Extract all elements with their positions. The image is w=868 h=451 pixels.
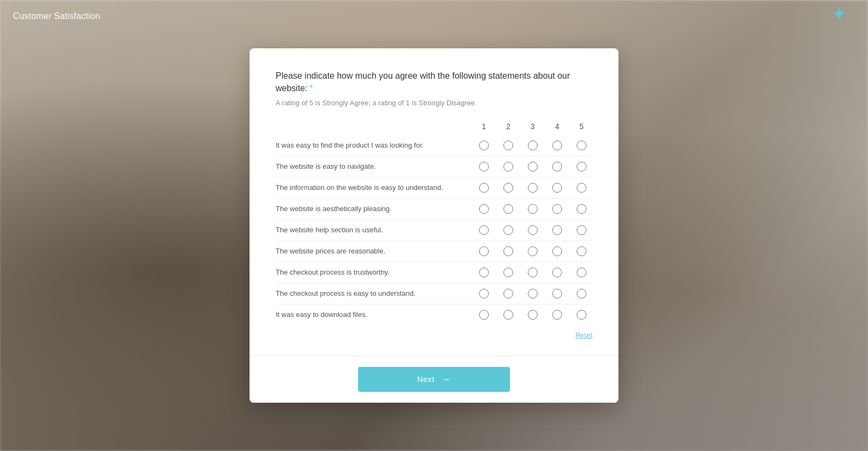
table-row: It was easy to download files. bbox=[276, 304, 592, 325]
radio-1[interactable] bbox=[479, 141, 489, 150]
radio-option-3 bbox=[522, 289, 544, 298]
radio-3[interactable] bbox=[528, 141, 538, 150]
radio-4[interactable] bbox=[552, 204, 562, 214]
radio-option-1 bbox=[473, 141, 495, 150]
radio-4[interactable] bbox=[552, 141, 562, 150]
radio-3[interactable] bbox=[528, 246, 538, 256]
radio-5[interactable] bbox=[577, 225, 586, 235]
survey-modal: Please indicate how much you agree with … bbox=[250, 48, 618, 403]
radio-option-3 bbox=[522, 141, 544, 150]
radio-3[interactable] bbox=[528, 162, 538, 171]
radio-5[interactable] bbox=[577, 268, 586, 277]
statement-text: The checkout process is trustworthy. bbox=[276, 268, 473, 276]
modal-content: Please indicate how much you agree with … bbox=[250, 48, 618, 355]
radio-1[interactable] bbox=[479, 225, 489, 235]
radio-group bbox=[473, 204, 592, 214]
radio-option-5 bbox=[571, 225, 592, 235]
radio-1[interactable] bbox=[479, 310, 489, 320]
radio-1[interactable] bbox=[479, 246, 489, 256]
radio-option-2 bbox=[497, 268, 519, 277]
radio-2[interactable] bbox=[503, 246, 513, 256]
radio-5[interactable] bbox=[577, 289, 586, 298]
radio-2[interactable] bbox=[503, 204, 513, 214]
radio-group bbox=[473, 225, 592, 235]
radio-option-5 bbox=[571, 141, 592, 150]
radio-5[interactable] bbox=[577, 183, 586, 193]
radio-option-3 bbox=[522, 183, 544, 193]
radio-5[interactable] bbox=[577, 204, 586, 214]
radio-3[interactable] bbox=[528, 310, 538, 320]
radio-5[interactable] bbox=[577, 310, 586, 320]
radio-option-1 bbox=[473, 289, 495, 298]
radio-option-3 bbox=[522, 225, 544, 235]
table-row: The checkout process is trustworthy. bbox=[276, 262, 592, 283]
statement-text: It was easy to download files. bbox=[276, 310, 473, 319]
radio-4[interactable] bbox=[552, 183, 562, 193]
radio-option-5 bbox=[571, 310, 592, 320]
radio-option-4 bbox=[546, 246, 568, 256]
radio-option-3 bbox=[522, 268, 544, 277]
radio-option-5 bbox=[571, 246, 592, 256]
radio-group bbox=[473, 268, 592, 277]
reset-link-container: Reset bbox=[276, 332, 592, 339]
radio-option-5 bbox=[571, 268, 592, 277]
radio-option-4 bbox=[546, 289, 568, 298]
radio-option-1 bbox=[473, 162, 495, 171]
radio-option-4 bbox=[546, 162, 568, 171]
radio-1[interactable] bbox=[479, 204, 489, 214]
radio-1[interactable] bbox=[479, 183, 489, 193]
radio-4[interactable] bbox=[552, 162, 562, 171]
radio-option-2 bbox=[497, 141, 519, 150]
radio-1[interactable] bbox=[479, 268, 489, 277]
radio-option-2 bbox=[497, 225, 519, 235]
reset-button[interactable]: Reset bbox=[576, 332, 592, 339]
radio-2[interactable] bbox=[503, 268, 513, 277]
rating-label-1: 1 bbox=[473, 122, 495, 131]
radio-3[interactable] bbox=[528, 268, 538, 277]
radio-1[interactable] bbox=[479, 289, 489, 298]
table-row: The website prices are reasonable. bbox=[276, 240, 592, 262]
radio-3[interactable] bbox=[528, 183, 538, 193]
modal-overlay: Please indicate how much you agree with … bbox=[0, 0, 868, 451]
rating-table: It was easy to find the product I was lo… bbox=[276, 135, 592, 325]
radio-2[interactable] bbox=[503, 183, 513, 193]
radio-3[interactable] bbox=[528, 225, 538, 235]
statement-text: It was easy to find the product I was lo… bbox=[276, 141, 473, 149]
radio-2[interactable] bbox=[503, 225, 513, 235]
rating-label-2: 2 bbox=[497, 122, 519, 131]
radio-option-2 bbox=[497, 246, 519, 256]
radio-group bbox=[473, 141, 592, 150]
radio-option-1 bbox=[473, 268, 495, 277]
statement-text: The website is easy to navigate. bbox=[276, 162, 473, 170]
radio-option-5 bbox=[571, 162, 592, 171]
radio-option-2 bbox=[497, 310, 519, 320]
radio-2[interactable] bbox=[503, 141, 513, 150]
radio-option-5 bbox=[571, 289, 592, 298]
radio-2[interactable] bbox=[503, 310, 513, 320]
rating-label-4: 4 bbox=[546, 122, 568, 131]
radio-2[interactable] bbox=[503, 289, 513, 298]
table-row: It was easy to find the product I was lo… bbox=[276, 135, 592, 156]
statement-text: The website help section is useful. bbox=[276, 226, 473, 234]
radio-5[interactable] bbox=[577, 162, 586, 171]
table-row: The website is easy to navigate. bbox=[276, 156, 592, 177]
radio-4[interactable] bbox=[552, 268, 562, 277]
radio-2[interactable] bbox=[503, 162, 513, 171]
statement-text: The information on the website is easy t… bbox=[276, 183, 473, 192]
next-button[interactable]: Next → bbox=[358, 367, 510, 392]
table-row: The information on the website is easy t… bbox=[276, 177, 592, 198]
question-heading: Please indicate how much you agree with … bbox=[276, 70, 592, 94]
radio-4[interactable] bbox=[552, 310, 562, 320]
radio-3[interactable] bbox=[528, 204, 538, 214]
radio-4[interactable] bbox=[552, 289, 562, 298]
radio-option-4 bbox=[546, 310, 568, 320]
radio-4[interactable] bbox=[552, 246, 562, 256]
statement-text: The website prices are reasonable. bbox=[276, 247, 473, 255]
radio-3[interactable] bbox=[528, 289, 538, 298]
radio-option-1 bbox=[473, 204, 495, 214]
radio-option-4 bbox=[546, 268, 568, 277]
radio-5[interactable] bbox=[577, 246, 586, 256]
radio-1[interactable] bbox=[479, 162, 489, 171]
radio-4[interactable] bbox=[552, 225, 562, 235]
radio-5[interactable] bbox=[577, 141, 586, 150]
